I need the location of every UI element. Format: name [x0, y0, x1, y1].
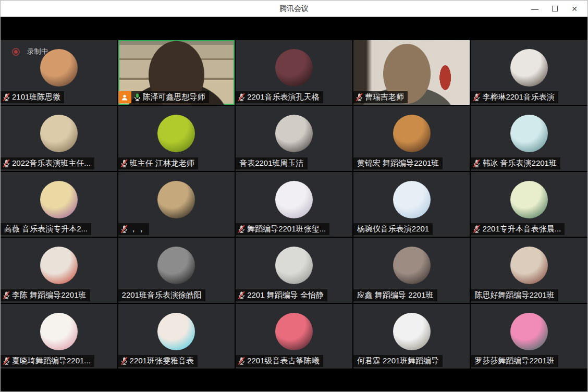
participant-tile[interactable]: 高薇 音乐表演专升本2... — [1, 172, 117, 237]
avatar — [275, 49, 313, 87]
participant-tile[interactable]: 2201班张雯雅音表 — [118, 304, 235, 369]
participant-tile[interactable]: 李陈 舞蹈编导2201班 — [1, 238, 117, 302]
participant-name: 2201音乐表演孔天格 — [247, 92, 319, 102]
participant-name: 2201班张雯雅音表 — [130, 356, 194, 366]
avatar — [157, 247, 195, 284]
participant-name: 李桦琳2201音乐表演 — [482, 92, 554, 102]
name-label: 韩冰 音乐表演2201班 — [471, 157, 560, 169]
participant-tile[interactable]: 2201专升本音表张晨... — [471, 172, 587, 237]
label-body: 2201班音乐表演徐皓阳 — [118, 289, 205, 301]
avatar — [157, 115, 195, 152]
titlebar: 腾讯会议 — ✕ — [1, 1, 587, 17]
name-label: 高薇 音乐表演专升本2... — [1, 223, 91, 235]
mic-muted-icon — [472, 225, 481, 234]
label-body: 2201班张雯雅音表 — [118, 355, 198, 367]
participant-tile[interactable]: 舞蹈编导2201班张玺... — [236, 172, 352, 237]
host-badge-icon — [118, 91, 131, 103]
participant-name: 何君霖 2201班舞蹈编导 — [357, 356, 439, 366]
label-body: 舞蹈编导2201班张玺... — [236, 223, 329, 235]
mic-muted-icon — [472, 93, 481, 102]
mic-muted-icon — [2, 159, 11, 168]
participant-name: 夏晓琦舞蹈编导2201... — [12, 356, 91, 366]
participant-tile[interactable]: 陈思好舞蹈编导2201班 — [471, 238, 587, 302]
window-title: 腾讯会议 — [1, 4, 587, 14]
label-body: 2022音乐表演班主任... — [1, 157, 94, 169]
mic-on-icon — [133, 93, 142, 102]
participant-tile[interactable]: 韩冰 音乐表演2201班 — [471, 106, 587, 170]
label-body: 李桦琳2201音乐表演 — [471, 91, 558, 103]
mic-muted-icon — [2, 357, 11, 365]
name-label: 夏晓琦舞蹈编导2201... — [1, 355, 94, 367]
name-label: 李桦琳2201音乐表演 — [471, 91, 558, 103]
participant-name: 2022音乐表演班主任... — [12, 158, 91, 168]
name-label: 罗莎莎舞蹈编导2201班 — [471, 355, 558, 367]
participant-tile[interactable]: 杨琬仪音乐表演2201 — [353, 172, 470, 237]
participant-tile[interactable]: 班主任 江林龙老师 — [118, 106, 235, 170]
mic-muted-icon — [237, 225, 246, 234]
label-body: 高薇 音乐表演专升本2... — [1, 223, 91, 235]
recording-indicator: 录制中 — [12, 47, 48, 56]
name-label: 黄锦宏 舞蹈编导2201班 — [353, 157, 443, 169]
label-body: 2201 舞蹈编导 全怡静 — [236, 289, 327, 301]
participant-tile[interactable]: 黄锦宏 舞蹈编导2201班 — [353, 106, 470, 170]
name-label: 李陈 舞蹈编导2201班 — [1, 289, 90, 301]
mic-muted-icon — [2, 291, 11, 300]
avatar — [157, 313, 195, 350]
participant-name: 曹瑞吉老师 — [365, 92, 404, 102]
name-label: 2201 舞蹈编导 全怡静 — [236, 289, 327, 301]
participant-tile[interactable]: 陈泽可鑫思想导师 — [118, 40, 235, 105]
participant-tile[interactable]: 音表2201班周玉洁 — [236, 106, 352, 170]
participant-name: 舞蹈编导2201班张玺... — [247, 224, 326, 234]
label-body: ，， — [118, 223, 149, 235]
participant-tile[interactable]: 何君霖 2201班舞蹈编导 — [353, 304, 470, 369]
close-button[interactable]: ✕ — [567, 2, 582, 16]
participant-name: 应鑫 舞蹈编导 2201班 — [357, 290, 434, 300]
recording-label: 录制中 — [27, 47, 48, 56]
label-body: 黄锦宏 舞蹈编导2201班 — [353, 157, 443, 169]
name-label: 杨琬仪音乐表演2201 — [353, 223, 433, 235]
participant-grid: 录制中 2101班陈思微 — [1, 40, 587, 369]
label-body: 罗莎莎舞蹈编导2201班 — [471, 355, 558, 367]
participant-tile[interactable]: 2201班音乐表演徐皓阳 — [118, 238, 235, 302]
name-label: 舞蹈编导2201班张玺... — [236, 223, 329, 235]
meeting-stage: 录制中 2101班陈思微 — [1, 17, 587, 392]
avatar — [40, 247, 78, 284]
participant-tile[interactable]: 曹瑞吉老师 — [353, 40, 470, 105]
avatar — [510, 181, 548, 218]
label-body: 2101班陈思微 — [1, 91, 64, 103]
participant-tile[interactable]: 李桦琳2201音乐表演 — [471, 40, 587, 105]
label-body: 陈泽可鑫思想导师 — [131, 91, 209, 103]
label-body: 2201专升本音表张晨... — [471, 223, 565, 235]
participant-tile[interactable]: 2201 舞蹈编导 全怡静 — [236, 238, 352, 302]
participant-name: ，， — [130, 224, 145, 234]
mic-muted-icon — [120, 357, 129, 365]
maximize-button[interactable] — [547, 2, 562, 16]
participant-tile[interactable]: 2022音乐表演班主任... — [1, 106, 117, 170]
avatar — [393, 247, 431, 284]
participant-tile[interactable]: 录制中 2101班陈思微 — [1, 40, 117, 105]
avatar — [275, 313, 313, 350]
participant-name: 2201级音表古筝陈曦 — [247, 356, 319, 366]
participant-name: 高薇 音乐表演专升本2... — [4, 224, 88, 234]
name-label: 2201专升本音表张晨... — [471, 223, 565, 235]
mic-muted-icon — [120, 225, 129, 234]
name-label: 陈思好舞蹈编导2201班 — [471, 289, 558, 301]
participant-name: 李陈 舞蹈编导2201班 — [12, 290, 87, 300]
participant-name: 韩冰 音乐表演2201班 — [482, 158, 557, 168]
minimize-button[interactable]: — — [527, 2, 543, 16]
participant-tile[interactable]: 夏晓琦舞蹈编导2201... — [1, 304, 117, 369]
participant-tile[interactable]: ，， — [118, 172, 235, 237]
participant-tile[interactable]: 应鑫 舞蹈编导 2201班 — [353, 238, 470, 302]
participant-tile[interactable]: 2201级音表古筝陈曦 — [236, 304, 352, 369]
label-body: 杨琬仪音乐表演2201 — [353, 223, 433, 235]
label-body: 何君霖 2201班舞蹈编导 — [353, 355, 443, 367]
participant-name: 2201班音乐表演徐皓阳 — [122, 290, 202, 300]
participant-tile[interactable]: 2201音乐表演孔天格 — [236, 40, 352, 105]
label-body: 曹瑞吉老师 — [353, 91, 408, 103]
mic-muted-icon — [237, 357, 246, 365]
participant-tile[interactable]: 罗莎莎舞蹈编导2201班 — [471, 304, 587, 369]
name-label: 曹瑞吉老师 — [353, 91, 408, 103]
participant-name: 班主任 江林龙老师 — [130, 158, 194, 168]
label-body: 班主任 江林龙老师 — [118, 157, 198, 169]
meeting-window: 腾讯会议 — ✕ 录制中 — [0, 0, 588, 392]
